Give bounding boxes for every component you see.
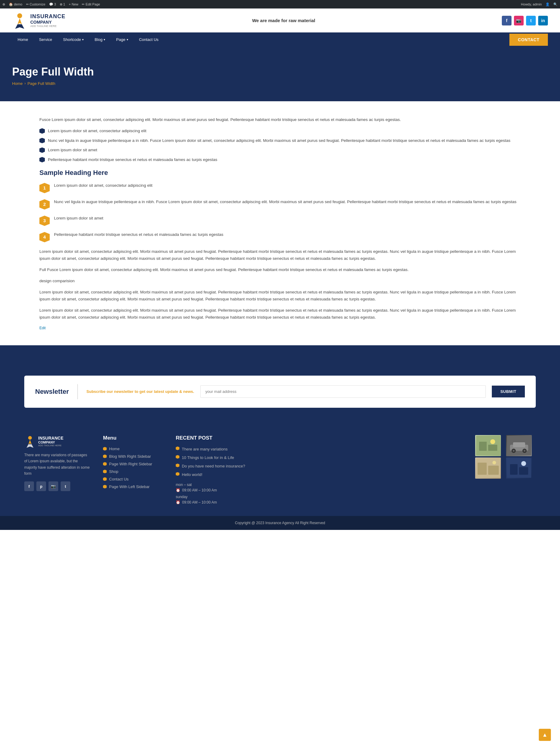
facebook-icon[interactable]: f [502,16,512,25]
footer-menu-list: Home Blog With Right Sidebar Page With R… [103,447,164,489]
sunday-label: sunday [176,495,463,499]
footer-image-2-svg [507,436,531,455]
footer-image-2 [506,435,532,456]
footer-instagram-icon[interactable]: 📷 [48,481,58,491]
shield-icon [39,157,45,162]
newsletter-box: Newsletter Subscribe our newsletter to g… [24,376,536,408]
svg-rect-15 [488,466,499,475]
gap-section [0,345,560,370]
newsletter-section: Newsletter Subscribe our newsletter to g… [0,370,560,423]
shield-icon [176,472,179,476]
paragraph-4: Lorem ipsum dolor sit amet, consectetur … [39,307,521,321]
page-hero: Page Full Width Home › Page Full Width [0,47,560,101]
logo-icon [12,12,27,29]
intro-paragraph: Fusce Lorem ipsum dolor sit amet, consec… [39,116,521,123]
instagram-icon[interactable]: 📷 [514,16,524,25]
customize-link[interactable]: ✏ Customize [26,2,45,6]
header-tagline: We are made for raw material [252,18,315,23]
newsletter-submit-button[interactable]: SUBMIT [492,386,525,397]
shield-icon [176,447,179,450]
recent-post-1[interactable]: There are many variations [176,447,463,452]
main-content: Fusce Lorem ipsum dolor sit amet, consec… [0,101,560,345]
newsletter-email-input[interactable] [200,385,486,398]
shield-icon [103,462,107,466]
site-header: INSURANCE COMPANY ADD TAGLINE HERE We ar… [0,8,560,33]
svg-point-12 [524,450,525,452]
clock-icon: ⏰ [176,488,180,492]
footer-logo-text: INSURANCE COMPANY ADD TAGLINE HERE [38,436,63,447]
footer-twitter-icon[interactable]: t [61,481,70,491]
numbered-item-2: 2 Nunc vel ligula in augue tristique pel… [39,199,521,210]
numbered-item-3: 3 Lorem ipsum dolor sit amet [39,215,521,226]
number-badge-3: 3 [39,216,50,226]
updates-link[interactable]: ⊕ 1 [60,2,65,6]
nav-blog[interactable]: Blog ▾ [89,33,111,47]
list-item: Lorem ipsum dolor sit amet, consectetur … [39,127,521,134]
linkedin-icon[interactable]: in [538,16,548,25]
recent-post-4[interactable]: Hello world! [176,472,463,477]
shield-icon [103,477,107,481]
footer-image-1 [475,435,501,456]
footer-image-4 [506,457,532,479]
new-link[interactable]: + New [69,2,79,6]
footer-logo: INSURANCE COMPANY ADD TAGLINE HERE [24,435,91,448]
numbered-item-1: 1 Lorem ipsum dolor sit amet, consectetu… [39,182,521,193]
newsletter-title: Newsletter [35,388,69,396]
footer-image-3 [475,457,501,479]
footer-facebook-icon[interactable]: f [24,481,34,491]
nav-items: Home Service Shortcode ▾ Blog ▾ Page ▾ C… [12,33,164,47]
nav-shortcode[interactable]: Shortcode ▾ [58,33,89,47]
wp-icon[interactable]: ⊕ [2,2,5,6]
svg-rect-3 [479,442,487,451]
main-navbar: Home Service Shortcode ▾ Blog ▾ Page ▾ C… [0,33,560,47]
list-item: Pellentesque habitant morbi tristique se… [39,156,521,163]
twitter-icon[interactable]: t [526,16,536,25]
breadcrumb-home[interactable]: Home [12,81,23,86]
comments-link[interactable]: 💬 3 [49,2,56,6]
avatar: 👤 [545,2,550,6]
footer-menu-blog-right[interactable]: Blog With Right Sidebar [103,454,164,459]
footer-col-recent: RECENT POST There are many variations 10… [176,435,463,507]
footer-social: f p 📷 t [24,481,91,491]
footer-menu-contact[interactable]: Contact Us [103,477,164,481]
recent-post-2[interactable]: 10 Things to Look for in & Life [176,455,463,460]
copyright-text: Copyright @ 2023 Insurance Agency All Ri… [235,521,325,525]
bullet-list: Lorem ipsum dolor sit amet, consectetur … [39,127,521,163]
shield-icon [176,455,179,459]
page-title: Page Full Width [12,65,548,78]
edit-link[interactable]: Edit [39,326,46,330]
list-item: Lorem ipsum dolor sit amet [39,147,521,153]
footer-menu-home[interactable]: Home [103,447,164,451]
logo[interactable]: INSURANCE COMPANY ADD TAGLINE HERE [12,12,65,29]
footer-menu-page-right[interactable]: Page With Right Sidebar [103,462,164,466]
nav-service[interactable]: Service [34,33,58,47]
newsletter-description: Subscribe our newsletter to get our late… [86,389,194,395]
edit-page-link[interactable]: ✏ Edit Page [82,2,100,6]
clock-icon: ⏰ [176,500,180,505]
svg-point-1 [28,436,32,439]
nav-contact-us[interactable]: Contact Us [134,33,164,47]
nav-page[interactable]: Page ▾ [111,33,133,47]
shield-icon [103,485,107,488]
footer-menu-shop[interactable]: Shop [103,469,164,474]
howdy-text: Howdy, admin [521,2,542,6]
numbered-item-4: 4 Pellentesque habitant morbi tristique … [39,231,521,242]
number-badge-4: 4 [39,232,50,242]
footer-col-about: INSURANCE COMPANY ADD TAGLINE HERE There… [24,435,91,507]
nav-contact-button[interactable]: CONTACT [509,34,548,46]
demo-link[interactable]: 🏠 demo [9,2,22,6]
recent-post-3[interactable]: Do you have need home insurance? [176,463,463,469]
admin-bar: ⊕ 🏠 demo ✏ Customize 💬 3 ⊕ 1 + New ✏ Edi… [0,0,560,8]
shield-icon [39,138,45,143]
footer-images-grid [475,435,536,479]
recent-post-title: RECENT POST [176,435,463,441]
footer-logo-icon [24,435,36,448]
paragraph-2: Full Fusce Lorem ipsum dolor sit amet, c… [39,267,521,273]
footer-pinterest-icon[interactable]: p [36,481,46,491]
footer-image-4-svg [507,458,531,478]
svg-rect-18 [510,464,518,475]
paragraph-1: Lorem ipsum dolor sit amet, consectetur … [39,248,521,262]
search-icon[interactable]: 🔍 [553,2,558,6]
footer-menu-page-left[interactable]: Page With Left Sidebar [103,485,164,489]
nav-home[interactable]: Home [12,33,34,47]
